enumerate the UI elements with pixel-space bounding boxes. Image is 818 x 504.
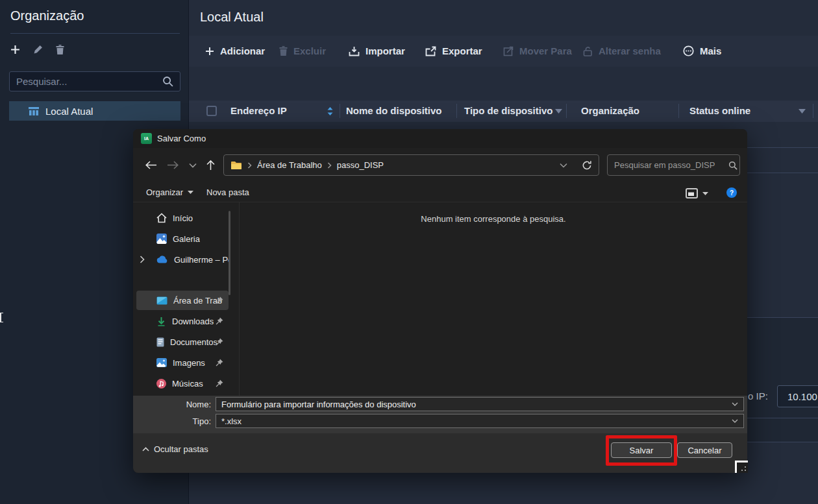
ip-input[interactable]: 10.100.26 <box>777 385 818 407</box>
col-status-online[interactable]: Status online <box>689 105 750 116</box>
downloads-icon <box>156 317 166 326</box>
dropdown-triangle-icon[interactable] <box>702 192 708 195</box>
forward-button[interactable] <box>167 160 179 170</box>
delete-org-button[interactable] <box>56 45 64 54</box>
breadcrumb-area-de-trabalho[interactable]: Área de Trabalho <box>257 160 322 170</box>
organization-icon <box>28 106 40 116</box>
onedrive-cloud-icon <box>156 256 168 263</box>
ip-label: o IP: <box>748 390 768 402</box>
org-search-input[interactable] <box>16 76 162 87</box>
filename-panel: Nome: Tipo: *.xlsx <box>133 396 747 433</box>
importar-button[interactable]: Importar <box>349 45 405 56</box>
nav-item-galeria[interactable]: Galeria <box>136 229 229 248</box>
nav-item-imagens[interactable]: Imagens <box>136 353 229 372</box>
gallery-icon <box>156 234 167 244</box>
sidebar-item-local-atual[interactable]: Local Atual <box>9 101 180 121</box>
nav-scrollbar[interactable] <box>229 211 230 295</box>
nav-item-documentos[interactable]: Documentos <box>136 332 229 352</box>
breadcrumb-passo-disp[interactable]: passo_DISP <box>337 160 384 170</box>
name-label: Nome: <box>133 400 211 409</box>
new-folder-button[interactable]: Nova pasta <box>206 187 249 197</box>
sort-icon[interactable] <box>327 107 333 115</box>
trash-icon <box>56 45 64 54</box>
sidebar-title: Organização <box>10 8 84 23</box>
chevron-up-icon <box>142 447 149 451</box>
organize-menu[interactable]: Organizar <box>146 187 193 197</box>
filetype-label: Tipo: <box>133 416 211 426</box>
filetype-select[interactable]: *.xlsx <box>216 414 744 428</box>
move-to-icon <box>503 46 514 56</box>
nav-item-inicio[interactable]: Início <box>136 208 229 228</box>
dialog-command-bar: Organizar Nova pasta ? <box>133 184 747 202</box>
add-org-button[interactable] <box>10 45 20 54</box>
file-list-area[interactable]: Nenhum item corresponde à pesquisa. <box>240 202 747 396</box>
resize-grip[interactable] <box>735 461 748 473</box>
org-search[interactable] <box>9 71 180 91</box>
back-button[interactable] <box>145 160 157 170</box>
filter-chevron-icon[interactable] <box>799 109 806 114</box>
chevron-right-icon[interactable] <box>140 256 145 263</box>
exportar-button[interactable]: Exportar <box>425 45 482 56</box>
help-button[interactable]: ? <box>726 187 737 198</box>
up-button[interactable] <box>206 160 216 171</box>
more-icon <box>683 45 694 56</box>
col-nome-dispositivo[interactable]: Nome do dispositivo <box>346 105 442 116</box>
select-all-checkbox[interactable] <box>206 106 217 116</box>
mover-para-button: Mover Para <box>503 45 572 56</box>
trash-icon <box>279 46 288 56</box>
breadcrumb-chevron-icon <box>247 162 252 169</box>
mais-button[interactable]: Mais <box>683 45 721 56</box>
dialog-search[interactable] <box>607 154 740 176</box>
pin-icon <box>216 296 223 304</box>
view-mode-button[interactable] <box>686 188 708 198</box>
search-icon <box>728 161 737 170</box>
dialog-nav-pane: Início Galeria Guilherme – Pes Área de T… <box>133 202 237 396</box>
table-header: Endereço IP Nome do dispositivo Tipo de … <box>189 101 818 122</box>
column-separator <box>456 104 457 118</box>
column-separator <box>340 104 340 118</box>
dialog-titlebar[interactable]: IA Salvar Como <box>133 129 747 148</box>
empty-folder-message: Nenhum item corresponde à pesquisa. <box>240 214 747 224</box>
column-separator <box>566 104 567 118</box>
address-bar[interactable]: Área de Trabalho passo_DISP <box>223 154 599 176</box>
nav-item-downloads[interactable]: Downloads <box>136 311 229 331</box>
column-separator <box>813 104 813 118</box>
refresh-icon[interactable] <box>582 160 592 171</box>
adicionar-button[interactable]: Adicionar <box>205 45 265 56</box>
excluir-button: Excluir <box>279 45 326 56</box>
dropdown-triangle-icon <box>188 191 193 194</box>
page-title: Local Atual <box>200 10 264 25</box>
nav-item-onedrive-guilherme[interactable]: Guilherme – Pes <box>136 250 229 269</box>
recent-locations-button[interactable] <box>189 163 197 168</box>
combo-chevron-icon[interactable] <box>732 419 738 423</box>
pin-icon <box>216 379 223 387</box>
up-arrow-icon <box>206 160 216 171</box>
app-icon: IA <box>141 133 152 144</box>
hide-folders-button[interactable]: Ocultar pastas <box>142 444 208 454</box>
address-dropdown-icon[interactable] <box>560 163 567 168</box>
filename-input[interactable] <box>221 400 732 409</box>
col-tipo-dispositivo[interactable]: Tipo de dispositivo <box>464 105 552 116</box>
document-icon <box>156 337 164 347</box>
dialog-search-input[interactable] <box>614 160 728 170</box>
device-toolbar: Adicionar Excluir Importar Exportar Move… <box>189 36 818 67</box>
image-icon <box>156 358 167 367</box>
chevron-down-icon <box>189 163 197 168</box>
combo-chevron-icon[interactable] <box>732 402 738 406</box>
edit-org-button[interactable] <box>33 45 43 54</box>
nav-item-area-de-trabalho[interactable]: Área de Trab <box>136 291 229 310</box>
pin-icon <box>216 338 223 346</box>
nav-item-musicas[interactable]: Músicas <box>136 374 229 393</box>
filetype-value: *.xlsx <box>221 416 732 426</box>
save-button[interactable]: Salvar <box>611 442 672 458</box>
col-organizacao[interactable]: Organização <box>581 105 639 116</box>
import-icon <box>349 46 360 56</box>
col-endereco-ip[interactable]: Endereço IP <box>230 105 287 116</box>
back-arrow-icon <box>145 160 157 170</box>
cancel-button[interactable]: Cancelar <box>677 442 732 458</box>
view-icon <box>686 188 698 198</box>
dialog-footer: Ocultar pastas Salvar Cancelar <box>133 433 747 473</box>
alterar-senha-button: Alterar senha <box>583 45 661 56</box>
filter-chevron-icon[interactable] <box>555 109 562 114</box>
filename-field[interactable] <box>216 397 744 411</box>
